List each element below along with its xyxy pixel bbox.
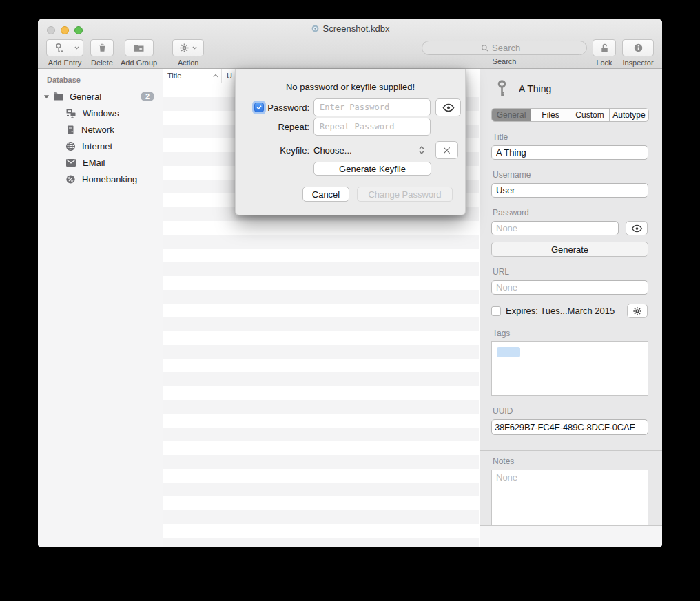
add-entry-group: Add Entry <box>46 39 83 67</box>
sidebar-item-email[interactable]: EMail <box>38 154 163 171</box>
column-header-title[interactable]: Title <box>163 69 222 83</box>
inspector-tabs: General Files Custom Autotype <box>491 108 649 122</box>
repeat-input[interactable] <box>313 118 431 136</box>
sidebar-item-label: Network <box>81 125 114 135</box>
search-input[interactable] <box>492 43 528 53</box>
envelope-icon <box>65 158 76 167</box>
expires-options-button[interactable] <box>627 304 648 318</box>
url-field-label: URL <box>493 267 662 277</box>
tags-box[interactable] <box>491 341 648 396</box>
tab-general[interactable]: General <box>492 109 531 121</box>
password-row: Password: <box>236 98 465 116</box>
info-icon <box>633 43 644 53</box>
minimize-button[interactable] <box>61 26 69 34</box>
entry-title: A Thing <box>519 83 551 94</box>
column-header-username[interactable]: U <box>222 72 232 80</box>
sort-ascending-icon <box>213 74 218 78</box>
expires-checkbox[interactable] <box>491 306 501 316</box>
reveal-password-button[interactable] <box>435 98 461 116</box>
key-icon <box>495 80 508 98</box>
uuid-label: UUID <box>493 406 662 416</box>
expires-row: Expires: Tues...March 2015 <box>491 304 648 318</box>
add-group-group: Add Group <box>121 39 157 67</box>
inspector-button[interactable] <box>622 39 654 56</box>
sidebar-item-general[interactable]: General 2 <box>38 88 163 105</box>
cancel-button[interactable]: Cancel <box>302 187 349 202</box>
change-password-dialog: No password or keyfile supplied! Passwor… <box>235 69 466 215</box>
notes-label: Notes <box>493 456 662 466</box>
uuid-field[interactable] <box>491 419 648 435</box>
lock-label: Lock <box>596 59 612 67</box>
tab-files[interactable]: Files <box>531 109 570 121</box>
tab-autotype[interactable]: Autotype <box>610 109 648 121</box>
add-entry-button[interactable] <box>46 39 70 56</box>
dialog-message: No password or keyfile supplied! <box>236 82 465 92</box>
url-field[interactable] <box>491 280 648 295</box>
sidebar-group-label: General <box>70 92 101 102</box>
keyfile-row: Keyfile: Choose... <box>236 141 465 159</box>
search-label: Search <box>493 57 517 65</box>
disclosure-triangle-icon[interactable] <box>43 94 53 100</box>
sidebar-item-homebanking[interactable]: Homebanking <box>38 171 163 187</box>
delete-label: Delete <box>91 59 113 67</box>
delete-group: Delete <box>90 39 114 67</box>
sidebar-item-label: Homebanking <box>82 174 137 184</box>
sidebar-item-label: Internet <box>82 141 112 151</box>
tab-custom[interactable]: Custom <box>570 109 610 121</box>
change-password-button[interactable]: Change Password <box>357 187 453 202</box>
notes-field[interactable] <box>491 470 648 531</box>
add-group-button[interactable] <box>125 39 154 56</box>
password-checkbox[interactable] <box>254 103 264 112</box>
gear-icon <box>632 306 642 316</box>
title-field-label: Title <box>493 132 662 142</box>
username-field[interactable] <box>491 183 648 198</box>
tag-pill[interactable] <box>497 347 520 357</box>
eye-icon <box>442 103 455 112</box>
inspector-footer <box>480 525 662 547</box>
search-group: Search <box>422 41 587 65</box>
title-field[interactable] <box>491 145 648 160</box>
sidebar: Database General 2 Windows Network Inter… <box>38 69 163 547</box>
inspector-toggle-group: Inspector <box>622 39 654 67</box>
close-button[interactable] <box>47 26 55 34</box>
titlebar-toolbar: Screenshot.kdbx Add Entry <box>38 19 662 69</box>
padlock-open-icon <box>599 43 610 54</box>
generate-keyfile-button[interactable]: Generate Keyfile <box>313 162 431 176</box>
password-field[interactable] <box>491 221 619 235</box>
delete-button[interactable] <box>90 39 114 56</box>
keyfile-popup[interactable]: Choose... <box>313 145 431 156</box>
gear-icon <box>179 43 189 53</box>
toolbar-left: Add Entry Delete Add Group Action <box>46 39 204 67</box>
trash-icon <box>97 43 107 53</box>
notes-divider <box>480 450 662 451</box>
folder-icon <box>53 92 64 101</box>
add-group-label: Add Group <box>121 59 157 67</box>
keyfile-label: Keyfile: <box>280 145 309 156</box>
search-icon <box>481 44 489 52</box>
zoom-button[interactable] <box>74 26 83 34</box>
chevron-down-icon <box>74 45 80 51</box>
reveal-password-button[interactable] <box>626 221 648 235</box>
percent-icon <box>65 174 76 184</box>
sidebar-item-label: EMail <box>83 158 105 168</box>
entry-header: A Thing <box>480 69 662 98</box>
sidebar-item-internet[interactable]: Internet <box>38 138 163 154</box>
search-field[interactable] <box>422 41 587 55</box>
generate-password-button[interactable]: Generate <box>491 242 648 257</box>
window-title: Screenshot.kdbx <box>38 19 662 39</box>
add-entry-dropdown[interactable] <box>70 39 83 56</box>
username-field-label: Username <box>493 170 662 180</box>
document-proxy-icon <box>311 21 320 40</box>
expires-label: Expires: Tues...March 2015 <box>506 306 627 316</box>
clear-keyfile-button[interactable] <box>435 141 458 159</box>
column-title-text: Title <box>167 72 181 80</box>
password-input[interactable] <box>313 98 431 116</box>
repeat-row: Repeat: <box>236 118 465 136</box>
entry-count-badge: 2 <box>141 92 154 101</box>
action-button[interactable] <box>172 39 204 56</box>
sidebar-item-network[interactable]: Network <box>38 121 163 138</box>
lock-button[interactable] <box>593 39 616 56</box>
sidebar-item-windows[interactable]: Windows <box>38 105 163 121</box>
chevron-down-icon <box>192 45 198 51</box>
key-plus-icon <box>53 43 64 54</box>
